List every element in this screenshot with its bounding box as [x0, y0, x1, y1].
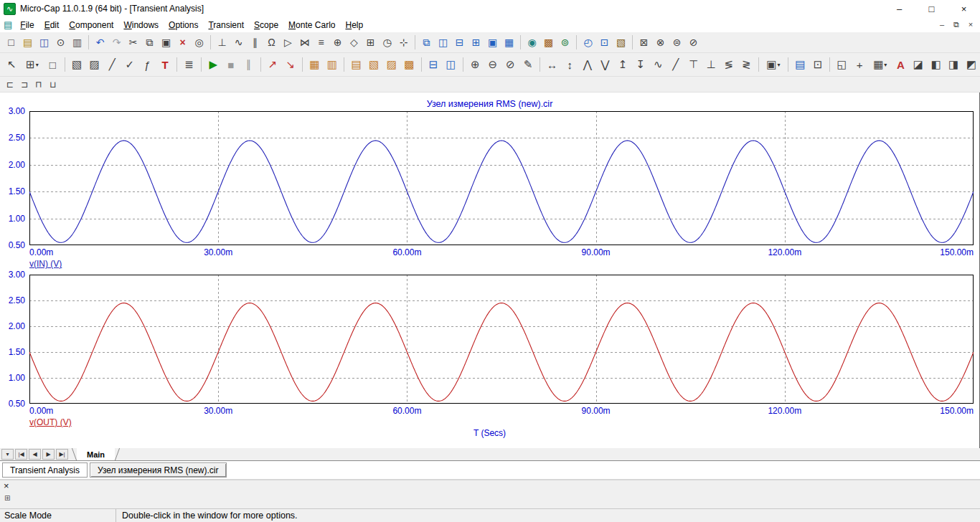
- fft-plot-icon[interactable]: ▩: [400, 55, 418, 74]
- macro-icon[interactable]: ⊞: [362, 34, 379, 51]
- mdi-minimize-button[interactable]: –: [937, 20, 947, 29]
- split-window-icon[interactable]: ⊞: [468, 34, 484, 51]
- vin-plot[interactable]: [29, 111, 974, 245]
- picture-tool-icon[interactable]: ▨: [85, 55, 103, 74]
- grid-options-icon[interactable]: ▦▾: [869, 55, 892, 74]
- close-trace-icon[interactable]: ◩: [962, 55, 980, 74]
- doc-tab-transient-analysis[interactable]: Transient Analysis: [2, 462, 88, 478]
- stop-icon[interactable]: ■: [222, 55, 240, 74]
- switch-icon[interactable]: ◇: [346, 34, 362, 51]
- mdi-close-button[interactable]: ×: [966, 20, 976, 29]
- ruler-icon[interactable]: ▥: [324, 55, 341, 74]
- first-page-button[interactable]: |◀: [15, 449, 27, 460]
- falling-slope-icon[interactable]: ↘: [281, 55, 299, 74]
- resistor-icon[interactable]: Ω: [263, 34, 280, 51]
- tile-vertical-icon[interactable]: ◫: [435, 34, 451, 51]
- data-points-icon[interactable]: ▦: [306, 55, 324, 74]
- sine-source-icon[interactable]: ∿: [230, 34, 247, 51]
- scale-mode-icon[interactable]: ◱: [833, 55, 851, 74]
- menu-item-help[interactable]: Help: [340, 19, 368, 32]
- valley-icon[interactable]: ⋁: [596, 55, 614, 74]
- ground-component-icon[interactable]: ⊥: [214, 34, 230, 51]
- last-page-button[interactable]: ▶|: [56, 449, 68, 460]
- vin-trace-label[interactable]: v(IN) (V): [29, 259, 62, 269]
- maximize-button[interactable]: □: [915, 0, 948, 17]
- clipboard-copy-icon[interactable]: ▣▾: [762, 55, 785, 74]
- tile-horizontal-icon[interactable]: ⊟: [451, 34, 468, 51]
- cascade-windows-icon[interactable]: ⧉: [418, 34, 435, 51]
- zoom-out-icon[interactable]: ⊖: [484, 55, 501, 74]
- ghost-mode-icon[interactable]: □: [44, 55, 62, 74]
- maximize-window-icon[interactable]: ▣: [484, 34, 501, 51]
- close-button[interactable]: ×: [948, 0, 980, 17]
- cut-icon[interactable]: ✂: [125, 34, 141, 51]
- panel-top-icon[interactable]: ⊓: [32, 78, 46, 91]
- node-icon[interactable]: ⊕: [329, 34, 346, 51]
- eraser-icon[interactable]: ◪: [910, 55, 928, 74]
- autoscale-icon[interactable]: ⊘: [501, 55, 519, 74]
- battery-icon[interactable]: ≡: [313, 34, 329, 51]
- menu-item-transient[interactable]: Transient: [203, 19, 249, 32]
- help-topics-icon[interactable]: ◉: [524, 34, 540, 51]
- zoom-in-icon[interactable]: ⊕: [466, 55, 484, 74]
- horizontal-panels-icon[interactable]: ⊟: [425, 55, 443, 74]
- transformer-icon[interactable]: ⋈: [296, 34, 313, 51]
- line-tool-icon[interactable]: ╱: [103, 55, 121, 74]
- properties-icon[interactable]: ≣: [180, 55, 198, 74]
- panel-bottom-icon[interactable]: ⊔: [46, 78, 60, 91]
- select-area-icon[interactable]: ▧: [68, 55, 86, 74]
- animate-icon[interactable]: ◴: [580, 34, 596, 51]
- page-tab-main[interactable]: Main: [77, 448, 115, 460]
- print-preview-icon[interactable]: ⊙: [52, 34, 69, 51]
- panel-left-icon[interactable]: ⊏: [3, 78, 17, 91]
- tag-horizontal-icon[interactable]: ↔: [543, 55, 561, 74]
- next-page-button[interactable]: ▶: [42, 449, 55, 460]
- tag-vertical-icon[interactable]: ↕: [561, 55, 579, 74]
- select-cursor-icon[interactable]: ↖: [3, 55, 21, 74]
- inflection-icon[interactable]: ∿: [649, 55, 667, 74]
- mdi-restore-button[interactable]: ⧉: [951, 20, 961, 29]
- paste-icon[interactable]: ▣: [158, 34, 174, 51]
- diode-icon[interactable]: ▷: [280, 34, 296, 51]
- delete-icon[interactable]: ×: [174, 34, 191, 51]
- add-trace-icon[interactable]: ◧: [927, 55, 945, 74]
- new-file-icon[interactable]: □: [3, 34, 19, 51]
- check-tool-icon[interactable]: ✓: [121, 55, 139, 74]
- capacitor-icon[interactable]: ∥: [247, 34, 263, 51]
- split-trace-icon[interactable]: ◨: [945, 55, 963, 74]
- rising-slope-icon[interactable]: ↗: [264, 55, 282, 74]
- pause-icon[interactable]: ∥: [240, 55, 258, 74]
- annotate-pen-icon[interactable]: ✎: [519, 55, 537, 74]
- titlebar[interactable]: ∿ Micro-Cap 11.0.1.9 (64 bit) - [Transie…: [0, 0, 980, 17]
- three-d-plot-icon[interactable]: ▧: [365, 55, 383, 74]
- menu-item-options[interactable]: Options: [164, 19, 203, 32]
- panel-right-icon[interactable]: ⊐: [17, 78, 32, 91]
- menu-item-edit[interactable]: Edit: [39, 19, 65, 32]
- save-icon[interactable]: ◫: [36, 34, 52, 51]
- menu-item-scope[interactable]: Scope: [249, 19, 283, 32]
- menu-item-monte-carlo[interactable]: Monte Carlo: [283, 19, 340, 32]
- doc-tab-circuit-file[interactable]: Узел измерения RMS (new).cir: [90, 462, 227, 478]
- optimizer-icon[interactable]: ⊠: [636, 34, 652, 51]
- print-icon[interactable]: ▥: [69, 34, 85, 51]
- timer-icon[interactable]: ◷: [379, 34, 395, 51]
- formula-tool-icon[interactable]: ƒ: [138, 55, 156, 74]
- go-to-x-icon[interactable]: ≶: [720, 55, 738, 74]
- slope-icon[interactable]: ╱: [667, 55, 685, 74]
- state-variables-icon[interactable]: ⊡: [809, 55, 827, 74]
- tolerance-icon[interactable]: ⊗: [652, 34, 669, 51]
- menu-item-file[interactable]: File: [15, 19, 39, 32]
- web-icon[interactable]: ⊚: [557, 34, 573, 51]
- low-icon[interactable]: ↧: [631, 55, 649, 74]
- waveform-buffer-icon[interactable]: ▤: [347, 55, 365, 74]
- text-tool-icon[interactable]: T: [156, 55, 174, 74]
- minimize-button[interactable]: –: [883, 0, 915, 17]
- page-list-button[interactable]: ▾: [1, 449, 14, 460]
- watch-window-icon[interactable]: ⊡: [596, 34, 613, 51]
- close-panel-button[interactable]: ×: [4, 480, 9, 491]
- scope-setup-icon[interactable]: ⊘: [685, 34, 702, 51]
- settings-icon[interactable]: ⊜: [669, 34, 685, 51]
- numeric-output-icon[interactable]: ▤: [791, 55, 809, 74]
- vout-trace-label[interactable]: v(OUT) (V): [29, 417, 72, 427]
- go-to-y-icon[interactable]: ≷: [738, 55, 755, 74]
